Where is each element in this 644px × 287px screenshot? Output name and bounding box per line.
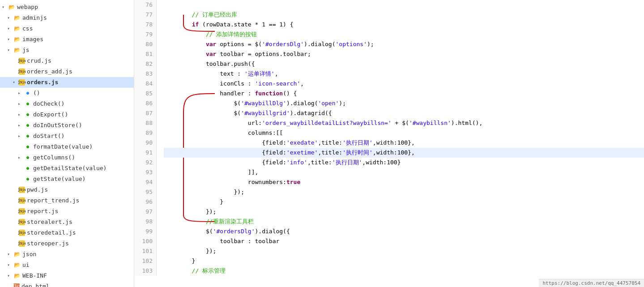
- item-label: storealert.js: [27, 218, 73, 227]
- sidebar-item-ui[interactable]: ui: [0, 260, 134, 270]
- sidebar-item-func0[interactable]: ●(): [0, 88, 134, 99]
- code-line: url:'orders_waybilldetailList?waybillsn=…: [164, 118, 644, 128]
- sidebar-item-adminjs[interactable]: adminjs: [0, 13, 134, 23]
- arrow-icon: [7, 24, 13, 33]
- sidebar-item-doCheck[interactable]: ●doCheck(): [0, 99, 134, 109]
- item-label: report.js: [27, 207, 58, 216]
- code-line: });: [164, 187, 644, 197]
- arrow-icon: [18, 121, 24, 130]
- folder-open-icon: [13, 261, 21, 269]
- sidebar-item-orders_add.js[interactable]: jsorders_add.js: [0, 66, 134, 77]
- line-number: 101: [138, 246, 153, 256]
- line-number: 80: [138, 39, 153, 49]
- sidebar-item-storealert.js[interactable]: jsstorealert.js: [0, 217, 134, 227]
- line-number: 96: [138, 197, 153, 207]
- js-file-icon: js: [19, 187, 25, 193]
- sidebar-item-dep.html[interactable]: {}dep.html: [0, 281, 134, 287]
- sidebar-item-orders.js[interactable]: jsorders.js: [0, 77, 134, 88]
- sidebar-item-json[interactable]: json: [0, 249, 134, 260]
- sidebar-item-crud.js[interactable]: jscrud.js: [0, 56, 134, 66]
- line-number: 77: [138, 10, 153, 20]
- code-line: var toolbar = options.toolbar;: [164, 49, 644, 59]
- html-file-icon: {}: [13, 283, 20, 287]
- function-icon: ●: [24, 176, 31, 183]
- item-label: formatDate(value): [33, 142, 93, 151]
- arrow-icon: [7, 35, 13, 44]
- sidebar-item-doExport[interactable]: ●doExport(): [0, 109, 134, 120]
- line-number: 82: [138, 59, 153, 69]
- sidebar-item-doStart[interactable]: ●doStart(): [0, 131, 134, 141]
- item-label: doStart(): [33, 132, 64, 141]
- sidebar-item-pwd.js[interactable]: jspwd.js: [0, 184, 134, 195]
- line-number: 102: [138, 256, 153, 266]
- code-line: }: [164, 197, 644, 207]
- sidebar-item-storedetail.js[interactable]: jsstoredetail.js: [0, 227, 134, 238]
- item-label: doExport(): [33, 110, 68, 119]
- item-label: (): [33, 89, 40, 98]
- sidebar-item-storeoper.js[interactable]: jsstoreoper.js: [0, 238, 134, 249]
- folder-open-icon: [13, 14, 21, 21]
- line-number: 88: [138, 118, 153, 128]
- sidebar-item-getState[interactable]: ●getState(value): [0, 174, 134, 184]
- item-label: dep.html: [21, 282, 50, 287]
- sidebar-item-js[interactable]: js: [0, 45, 134, 56]
- line-numbers: 7677787980818283848586878889909192939495…: [134, 0, 157, 276]
- js-file-icon: js: [19, 197, 25, 204]
- sidebar-item-webapp[interactable]: webapp: [0, 2, 134, 13]
- line-number: 89: [138, 128, 153, 138]
- item-label: crud.js: [27, 56, 51, 65]
- line-number: 103: [138, 266, 153, 276]
- js-file-icon: js: [19, 58, 25, 64]
- code-line: }: [164, 256, 644, 266]
- item-label: webapp: [17, 3, 38, 12]
- code-line: iconCls : 'icon-search',: [164, 79, 644, 89]
- code-line: toolbar : toolbar: [164, 236, 644, 246]
- function-icon: ●: [24, 111, 31, 118]
- item-label: report_trend.js: [27, 196, 79, 205]
- code-line: ]],: [164, 167, 644, 177]
- sidebar-item-doInOutStore[interactable]: ●doInOutStore(): [0, 120, 134, 131]
- sidebar-item-report.js[interactable]: jsreport.js: [0, 206, 134, 217]
- js-file-icon: js: [19, 240, 25, 247]
- file-tree[interactable]: webappadminjscssimagesjsjscrud.jsjsorder…: [0, 0, 134, 287]
- code-line: $('#ordersDlg').dialog({: [164, 227, 644, 236]
- item-label: doCheck(): [33, 99, 64, 108]
- item-label: storedetail.js: [27, 228, 76, 237]
- line-number: 93: [138, 167, 153, 177]
- line-number: 87: [138, 108, 153, 118]
- folder-open-icon: [8, 4, 15, 11]
- code-editor[interactable]: 7677787980818283848586878889909192939495…: [134, 0, 644, 287]
- arrow-icon: [7, 261, 13, 270]
- function-icon: ●: [24, 90, 31, 97]
- code-line: {field:'exetime',title:'执行时间',width:100}…: [164, 148, 644, 158]
- code-line: });: [164, 207, 644, 217]
- arrow-icon: [18, 132, 24, 141]
- line-number: 85: [138, 89, 153, 99]
- arrow-icon: [7, 46, 13, 55]
- arrow-icon: [18, 89, 24, 98]
- line-number: 100: [138, 236, 153, 246]
- function-icon: ●: [24, 122, 31, 129]
- folder-open-icon: [13, 36, 21, 43]
- line-number: 90: [138, 138, 153, 148]
- sidebar-item-images[interactable]: images: [0, 34, 134, 45]
- item-label: WEB-INF: [22, 271, 47, 280]
- sidebar-item-WEB-INF[interactable]: WEB-INF: [0, 270, 134, 281]
- status-url: https://blog.csdn.net/qq_44757054: [542, 280, 640, 286]
- item-label: images: [22, 35, 43, 44]
- code-line: toolbar.push({: [164, 59, 644, 69]
- code-line: $('#waybillgrid').datagrid({: [164, 108, 644, 118]
- sidebar-item-formatDate[interactable]: ●formatDate(value): [0, 141, 134, 152]
- sidebar-item-getColumns[interactable]: ●getColumns(): [0, 152, 134, 163]
- sidebar-item-css[interactable]: css: [0, 23, 134, 34]
- code-content: // 订单已经出库 if (rowData.state * 1 == 1) { …: [157, 0, 644, 276]
- sidebar-item-getDetailState[interactable]: ●getDetailState(value): [0, 163, 134, 174]
- arrow-icon: [2, 3, 8, 12]
- function-icon: ●: [24, 154, 31, 161]
- line-number: 86: [138, 99, 153, 108]
- function-icon: ●: [24, 100, 31, 107]
- sidebar-item-report_trend.js[interactable]: jsreport_trend.js: [0, 195, 134, 206]
- code-line: columns:[[: [164, 128, 644, 138]
- code-line: // 订单已经出库: [164, 10, 644, 20]
- code-line: var options = $('#ordersDlg').dialog('op…: [164, 39, 644, 49]
